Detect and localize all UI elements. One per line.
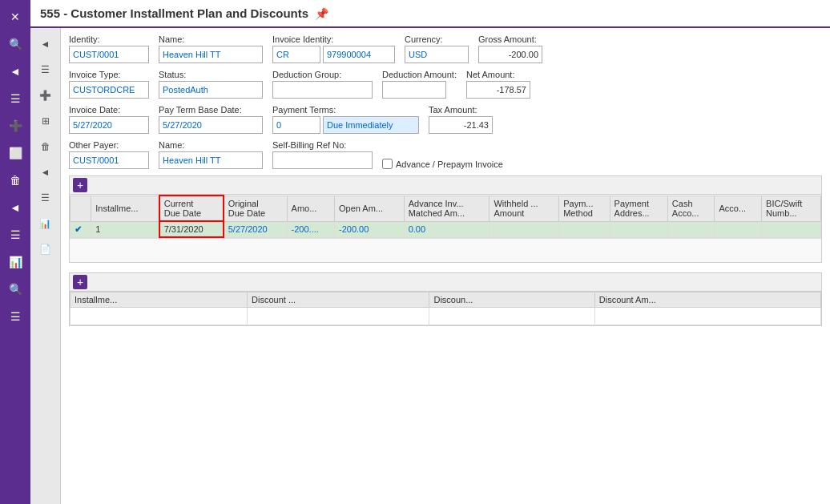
identity-input[interactable]: [69, 46, 149, 63]
inner-nav-doc-icon[interactable]: 📄: [34, 238, 57, 260]
payment-terms-code-input[interactable]: [272, 116, 320, 134]
inner-nav-list-icon[interactable]: ☰: [34, 187, 57, 209]
name-label: Name:: [159, 34, 263, 44]
inner-nav-back-icon[interactable]: ◄: [34, 33, 57, 55]
col-header-paym-method[interactable]: Paym...Method: [559, 196, 610, 221]
bottom-table-add-button[interactable]: +: [73, 275, 87, 289]
row-paym-method[interactable]: [559, 221, 610, 237]
net-amount-field-group: Net Amount:: [466, 70, 530, 99]
row-bic-swift[interactable]: [762, 221, 821, 237]
col-header-open-amount[interactable]: Open Am...: [334, 196, 404, 221]
row-cash-account[interactable]: [667, 221, 715, 237]
inner-nav-delete-icon[interactable]: 🗑: [34, 135, 57, 158]
deduction-group-input[interactable]: [272, 81, 373, 99]
form-row-3: Invoice Date: Pay Term Base Date: Paymen…: [69, 105, 822, 134]
advance-checkbox-text: Advance / Prepaym Invoice: [396, 159, 503, 169]
inner-nav-menu-icon[interactable]: ☰: [34, 58, 57, 81]
col-header-cash-account[interactable]: CashAcco...: [667, 196, 715, 221]
sidebar-back-icon[interactable]: ◄: [3, 59, 27, 83]
col-header-installment[interactable]: Installme...: [91, 196, 159, 221]
other-payer-name-field-group: Name:: [159, 140, 263, 169]
name-input[interactable]: [159, 46, 263, 63]
inner-nav: ◄ ☰ ➕ ⊞ 🗑 ◄ ☰ 📊 📄: [30, 28, 61, 504]
col-header-amount[interactable]: Amo...: [287, 196, 334, 221]
col-header-original-due-date[interactable]: OriginalDue Date: [224, 196, 287, 221]
col-header-payment-address[interactable]: PaymentAddres...: [610, 196, 667, 221]
inner-nav-arrow-icon[interactable]: ◄: [34, 161, 57, 183]
col-header-advance-matched[interactable]: Advance Inv...Matched Am...: [404, 196, 490, 221]
main-table: Installme... CurrentDue Date OriginalDue…: [70, 195, 821, 238]
net-amount-input[interactable]: [466, 81, 530, 99]
payment-terms-field-group: Payment Terms:: [272, 105, 419, 134]
bottom-col-discount-date[interactable]: Discount ...: [248, 292, 429, 308]
pay-term-base-date-label: Pay Term Base Date:: [159, 105, 263, 115]
gross-amount-input[interactable]: [478, 46, 542, 63]
status-input[interactable]: [159, 81, 263, 99]
invoice-type-label: Invoice Type:: [69, 70, 149, 79]
tax-amount-input[interactable]: [429, 116, 493, 134]
invoice-date-label: Invoice Date:: [69, 105, 149, 115]
col-header-check: [71, 196, 91, 221]
inner-nav-add-icon[interactable]: ➕: [34, 84, 57, 107]
col-header-account[interactable]: Acco...: [715, 196, 762, 221]
row-current-due-date[interactable]: 7/31/2020: [159, 221, 224, 237]
deduction-amount-input[interactable]: [382, 81, 446, 99]
row-original-due-date[interactable]: 5/27/2020: [224, 221, 287, 237]
invoice-identity-field-group: Invoice Identity:: [272, 34, 395, 63]
pay-term-base-date-input[interactable]: [159, 116, 263, 134]
row-payment-address[interactable]: [610, 221, 667, 237]
col-header-bic-swift[interactable]: BIC/SwiftNumb...: [762, 196, 821, 221]
sidebar-doc-icon[interactable]: ☰: [3, 304, 27, 329]
row-advance-matched[interactable]: 0.00: [404, 221, 490, 237]
other-payer-input[interactable]: [69, 151, 149, 169]
pay-term-base-date-field-group: Pay Term Base Date:: [159, 105, 263, 134]
invoice-date-input[interactable]: [69, 116, 149, 134]
table-row: ✔ 1 7/31/2020 5/27/2020 -200.... -200.00…: [71, 221, 821, 237]
advance-checkbox-label[interactable]: Advance / Prepaym Invoice: [382, 159, 503, 169]
sidebar-chart-icon[interactable]: 📊: [3, 250, 27, 274]
invoice-type-input[interactable]: [69, 81, 149, 99]
sidebar-search2-icon[interactable]: 🔍: [3, 277, 27, 301]
deduction-group-field-group: Deduction Group:: [272, 70, 373, 99]
self-billing-ref-input[interactable]: [272, 151, 373, 169]
invoice-number-input[interactable]: [323, 46, 395, 63]
bottom-col-discount[interactable]: Discoun...: [429, 292, 594, 308]
other-payer-name-input[interactable]: [159, 151, 263, 169]
payment-terms-name-input[interactable]: [323, 116, 419, 134]
tax-amount-field-group: Tax Amount:: [429, 105, 493, 134]
row-installment[interactable]: 1: [91, 221, 159, 237]
sidebar-arrow-icon[interactable]: ◄: [3, 196, 27, 220]
currency-field-group: Currency:: [405, 34, 469, 63]
inner-nav-chart-icon[interactable]: 📊: [34, 212, 57, 235]
row-open-amount[interactable]: -200.00: [334, 221, 404, 237]
sidebar-copy-icon[interactable]: ⬜: [3, 141, 27, 165]
col-header-withheld[interactable]: Withheld ...Amount: [490, 196, 559, 221]
main-table-add-button[interactable]: +: [73, 178, 87, 192]
sidebar-delete-icon[interactable]: 🗑: [3, 168, 27, 192]
currency-label: Currency:: [405, 34, 469, 44]
deduction-amount-label: Deduction Amount:: [382, 70, 457, 79]
net-amount-label: Net Amount:: [466, 70, 530, 79]
main-content: 555 - Customer Installment Plan and Disc…: [30, 0, 830, 504]
page-title: 555 - Customer Installment Plan and Disc…: [40, 6, 308, 20]
sidebar-add-icon[interactable]: ➕: [3, 114, 27, 138]
sidebar-menu-icon[interactable]: ☰: [3, 87, 27, 111]
inner-nav-copy-icon[interactable]: ⊞: [34, 110, 57, 132]
other-payer-field-group: Other Payer:: [69, 140, 149, 169]
row-account[interactable]: [715, 221, 762, 237]
row-withheld[interactable]: [490, 221, 559, 237]
form-row-2: Invoice Type: Status: Deduction Group: D…: [69, 70, 822, 99]
content-wrapper: ◄ ☰ ➕ ⊞ 🗑 ◄ ☰ 📊 📄 Identity: Name:: [30, 28, 830, 504]
sidebar-search-icon[interactable]: 🔍: [3, 32, 27, 56]
col-header-current-due-date[interactable]: CurrentDue Date: [159, 196, 224, 221]
sidebar-close-icon[interactable]: ✕: [3, 5, 27, 29]
sidebar-list-icon[interactable]: ☰: [3, 223, 27, 247]
identity-label: Identity:: [69, 34, 149, 44]
bottom-col-installment[interactable]: Installme...: [71, 292, 248, 308]
bottom-col-discount-amount[interactable]: Discount Am...: [594, 292, 820, 308]
pin-icon[interactable]: 📌: [315, 7, 328, 20]
advance-checkbox[interactable]: [382, 159, 393, 169]
invoice-type-code-input[interactable]: [272, 46, 320, 63]
currency-input[interactable]: [405, 46, 469, 63]
row-amount[interactable]: -200....: [287, 221, 334, 237]
